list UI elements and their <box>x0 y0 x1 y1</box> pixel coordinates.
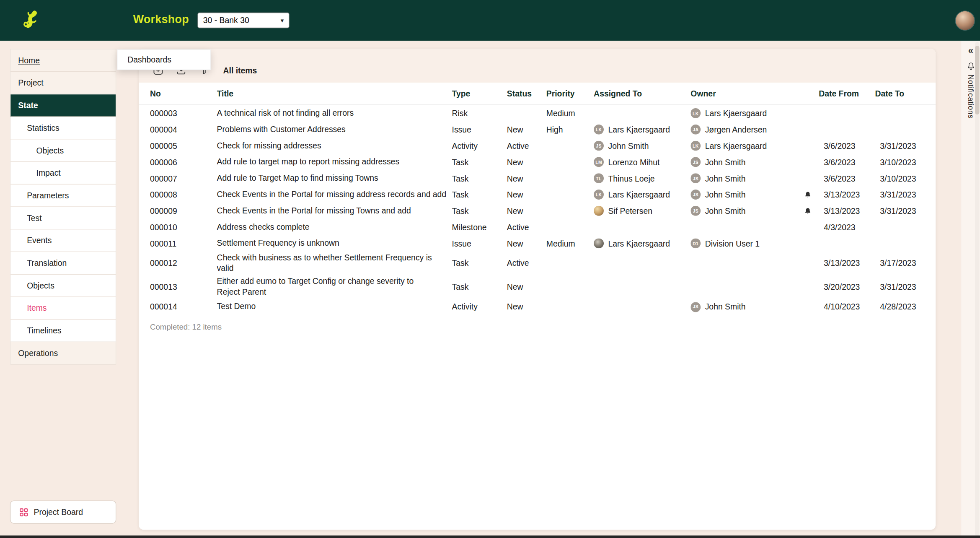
table-row[interactable]: 000004Problems with Customer AddressesIs… <box>139 121 936 138</box>
cell-owner: LKLars Kjaersgaard <box>690 108 797 118</box>
cell-date-from: 3/20/2023 <box>819 282 875 291</box>
cell-assigned-to: TLThinus Loeje <box>594 173 690 183</box>
collapse-panel-button[interactable]: « <box>967 44 974 56</box>
cell-assigned-to: LMLorenzo Mihut <box>594 157 690 167</box>
column-header-owner[interactable]: Owner <box>690 89 797 98</box>
cell-owner: D1Division User 1 <box>690 238 797 248</box>
table-row[interactable]: 000013Either add eumo to Target Config o… <box>139 275 936 299</box>
cell-status: Active <box>507 222 546 231</box>
sidebar-item-objects[interactable]: Objects <box>10 140 116 162</box>
sidebar-item-operations[interactable]: Operations <box>10 342 116 365</box>
table-row[interactable]: 000010Address checks completeMilestoneAc… <box>139 219 936 235</box>
table-row[interactable]: 000003A technical risk of not finding al… <box>139 105 936 122</box>
cell-date-from: 3/13/2023 <box>819 259 875 268</box>
project-board-button[interactable]: Project Board <box>10 500 116 523</box>
column-header-assigned-to[interactable]: Assigned To <box>594 89 690 98</box>
reminder-bell-icon <box>797 207 819 215</box>
user-avatar[interactable] <box>956 11 975 30</box>
cell-status: Active <box>507 259 546 268</box>
cell-date-from: 3/6/2023 <box>819 174 875 183</box>
column-header-title[interactable]: Title <box>217 89 452 98</box>
avatar <box>594 206 604 216</box>
notifications-bell-icon[interactable] <box>966 61 975 70</box>
project-board-label: Project Board <box>34 507 83 517</box>
table-row[interactable]: 000009Check Events in the Portal for mis… <box>139 203 936 219</box>
sidebar-item-statistics[interactable]: Statistics <box>10 117 116 140</box>
table-row[interactable]: 000007Add rule to Target Map to find mis… <box>139 170 936 187</box>
cell-assigned-to: Lars Kjaersgaard <box>594 238 690 248</box>
sidebar-item-test[interactable]: Test <box>10 207 116 230</box>
cell-date-from: 4/10/2023 <box>819 302 875 312</box>
table-row[interactable]: 000008Check Events in the Portal for mis… <box>139 187 936 203</box>
table-row[interactable]: 000011Settlement Frequency is unknownIss… <box>139 235 936 252</box>
column-header-status[interactable]: Status <box>507 89 546 98</box>
sidebar-item-events[interactable]: Events <box>10 230 116 252</box>
grid-icon <box>19 508 28 517</box>
column-header-date-from[interactable]: Date From <box>819 89 875 98</box>
avatar: JS <box>690 157 701 167</box>
cell-type: Task <box>452 206 507 216</box>
cell-title: Settlement Frequency is unknown <box>217 237 452 250</box>
sidebar-item-state[interactable]: State <box>10 94 116 117</box>
cell-owner: JAJørgen Andersen <box>690 125 797 135</box>
sidebar-item-translation[interactable]: Translation <box>10 252 116 275</box>
person-name: John Smith <box>705 206 746 216</box>
cell-no: 000009 <box>150 206 217 216</box>
sidebar-item-objects[interactable]: Objects <box>10 275 116 297</box>
cell-status: New <box>507 174 546 183</box>
person-name: Sif Petersen <box>608 206 652 216</box>
avatar: JS <box>690 190 701 200</box>
column-header-date-to[interactable]: Date To <box>875 89 931 98</box>
cell-title: A technical risk of not finding all erro… <box>217 107 452 120</box>
table-row[interactable]: 000006Add rule to target map to report m… <box>139 154 936 170</box>
topbar: Workshop 30 - Bank 30 ▾ <box>0 0 980 41</box>
avatar: LK <box>690 108 701 118</box>
cell-date-to: 3/31/2023 <box>875 190 931 199</box>
sidebar-item-items[interactable]: Items <box>10 297 116 320</box>
sidebar-item-home[interactable]: Home <box>10 49 116 72</box>
gecko-logo-icon[interactable] <box>20 9 43 31</box>
cell-assigned-to: LKLars Kjaersgaard <box>594 190 690 200</box>
scrollbar[interactable] <box>975 42 979 536</box>
person-name: Thinus Loeje <box>608 174 654 183</box>
sidebar-item-label: Home <box>18 56 40 65</box>
cell-date-to: 3/10/2023 <box>875 174 931 183</box>
cell-owner: JSJohn Smith <box>690 157 797 167</box>
cell-no: 000003 <box>150 109 217 118</box>
avatar: JA <box>690 125 701 135</box>
cell-date-from: 3/13/2023 <box>819 206 875 216</box>
sidebar-item-timelines[interactable]: Timelines <box>10 320 116 342</box>
column-header-type[interactable]: Type <box>452 89 507 98</box>
column-header-priority[interactable]: Priority <box>546 89 594 98</box>
sidebar-item-label: Objects <box>27 281 54 290</box>
person-name: Lars Kjaersgaard <box>705 141 767 150</box>
sidebar-item-parameters[interactable]: Parameters <box>10 185 116 207</box>
cell-no: 000005 <box>150 141 217 150</box>
sidebar-item-label: Operations <box>18 348 58 358</box>
sidebar-item-impact[interactable]: Impact <box>10 162 116 185</box>
cell-owner: JSJohn Smith <box>690 173 797 183</box>
tenant-select-value: 30 - Bank 30 <box>203 16 249 25</box>
cell-type: Issue <box>452 125 507 134</box>
table-row[interactable]: 000012Check with business as to whether … <box>139 252 936 275</box>
tenant-select[interactable]: 30 - Bank 30 ▾ <box>197 13 289 28</box>
sidebar-item-project[interactable]: Project <box>10 72 116 95</box>
cell-owner: LKLars Kjaersgaard <box>690 141 797 151</box>
column-header-no[interactable]: No <box>150 89 217 98</box>
table-row[interactable]: 000005Check for missing addressesActivit… <box>139 138 936 154</box>
reminder-bell-icon <box>797 190 819 198</box>
cell-status: Active <box>507 141 546 150</box>
cell-no: 000014 <box>150 302 217 312</box>
cell-status: New <box>507 206 546 216</box>
table-row[interactable]: 000014Test DemoActivityNewJSJohn Smith4/… <box>139 299 936 315</box>
cell-no: 000010 <box>150 222 217 231</box>
scrollbar-thumb[interactable] <box>975 46 979 114</box>
cell-type: Task <box>452 259 507 268</box>
sidebar-item-label: Timelines <box>27 326 61 335</box>
person-name: Lars Kjaersgaard <box>608 190 670 199</box>
cell-date-from: 3/13/2023 <box>819 190 875 199</box>
avatar: LK <box>690 141 701 151</box>
cell-status: New <box>507 125 546 134</box>
menu-item-dashboards[interactable]: Dashboards <box>117 50 210 69</box>
person-name: Lars Kjaersgaard <box>608 239 670 248</box>
